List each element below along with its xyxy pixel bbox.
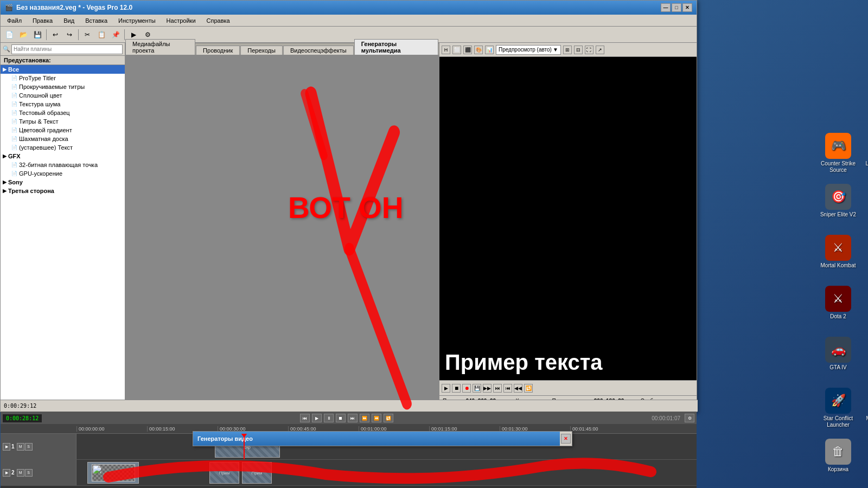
track-1-btn[interactable]: ▶ [3, 443, 10, 451]
preview-hist-btn[interactable]: 📊 [485, 46, 494, 54]
tab-1[interactable]: Проводник [196, 46, 240, 55]
tree-item-4[interactable]: 📄Текстура шума [1, 100, 125, 108]
title-bar-buttons: — □ ✕ [661, 3, 692, 12]
desktop-icon-5[interactable]: 🕷The Amazing Spider-Man [862, 233, 868, 278]
preview-ext-btn[interactable]: ⬛ [463, 46, 472, 54]
preview-grid-btn[interactable]: ⊞ [563, 46, 572, 54]
desktop-icon-10[interactable]: 🚀Star Conflict Launcher [816, 386, 860, 431]
preview-zoom-btn[interactable]: ⊟ [574, 46, 583, 54]
tl-play-btn[interactable]: ▶ [312, 414, 322, 422]
desktop-icon-7[interactable]: 🚗GTA San Andreas [862, 284, 868, 329]
tree-item-0[interactable]: ▶Все [1, 65, 125, 74]
tab-0[interactable]: Медиафайлы проекта [125, 39, 195, 55]
desktop-icon-12[interactable]: 🗑Корзина [816, 436, 860, 475]
track-2-mute[interactable]: M [17, 469, 24, 477]
preview-h-btn[interactable]: H [442, 46, 450, 54]
track-2-clip-3[interactable]: Прим [242, 462, 272, 484]
track-2-content[interactable]: Прим Прим [76, 460, 697, 485]
paste-button[interactable]: 📌 [109, 29, 122, 41]
desktop-icon-4[interactable]: ⚔Mortal Kombat [816, 233, 860, 271]
desktop-icon-0[interactable]: 🎮Counter Strike Source [816, 131, 860, 176]
desktop-icon-img-4: ⚔ [825, 235, 851, 261]
tl-pause-btn[interactable]: ⏸ [324, 414, 334, 422]
playhead [244, 434, 245, 459]
tl-fwd-btn[interactable]: ⏩ [360, 414, 369, 422]
tab-2[interactable]: Переходы [240, 46, 283, 55]
search-input[interactable] [11, 44, 123, 54]
tab-3[interactable]: Видеоспецэффекты [283, 46, 354, 55]
tree-item-13[interactable]: ▶Sony [1, 178, 125, 187]
tree-item-10[interactable]: ▶GFX [1, 152, 125, 160]
tree-item-5[interactable]: 📄Тестовый образец [1, 108, 125, 117]
menu-инструменты[interactable]: Инструменты [114, 16, 160, 25]
tl-rew-btn[interactable]: ⏪ [372, 414, 381, 422]
tab-4[interactable]: Генераторы мультимедиа [354, 39, 438, 55]
tree-item-1[interactable]: 📄ProType Titler [1, 74, 125, 82]
close-button[interactable]: ✕ [682, 3, 692, 12]
preview-play-btn[interactable]: ▶ [442, 384, 450, 393]
new-button[interactable]: 📄 [3, 29, 16, 41]
undo-button[interactable]: ↩ [49, 29, 62, 41]
desktop-icon-2[interactable]: 🎯Sniper Elite V2 [816, 182, 860, 220]
tl-rewind-btn[interactable]: ⏮ [300, 414, 310, 422]
tree-item-7[interactable]: 📄Цветовой градиент [1, 126, 125, 134]
preview-fwd-btn[interactable]: ▶▶ [483, 384, 492, 393]
preview-loop-btn[interactable]: 🔁 [524, 384, 533, 393]
preview-stop-btn[interactable]: ⏹ [452, 384, 461, 393]
preview-rew-btn[interactable]: ◀◀ [514, 384, 522, 393]
tl-loop-btn[interactable]: 🔁 [384, 414, 393, 422]
redo-button[interactable]: ↪ [63, 29, 76, 41]
track-1-mute[interactable]: M [17, 443, 24, 451]
track-2-clip-2[interactable]: Прим [209, 462, 239, 484]
copy-button[interactable]: 📋 [95, 29, 108, 41]
tree-item-11[interactable]: 📄32-битная плавающая точка [1, 160, 125, 169]
track-2-btn[interactable]: ▶ [3, 469, 10, 477]
preview-prev-btn[interactable]: ⏮ [503, 384, 512, 393]
tl-settings-btn[interactable]: ⚙ [685, 414, 694, 422]
desktop-icon-11[interactable]: ⚔Mortal Kombat X [862, 386, 868, 431]
menu-вставка[interactable]: Вставка [81, 16, 112, 25]
preview-full-btn[interactable]: ⛶ [585, 46, 593, 54]
cut-button[interactable]: ✂ [81, 29, 94, 41]
tree-file-icon: 📄 [11, 93, 17, 98]
menu-файл[interactable]: Файл [3, 16, 26, 25]
desktop-icon-3[interactable]: 🕷The Amazing Spider-Man [862, 182, 868, 227]
open-button[interactable]: 📂 [17, 29, 30, 41]
menu-справка[interactable]: Справка [202, 16, 234, 25]
minimize-button[interactable]: — [661, 3, 671, 12]
maximize-button[interactable]: □ [672, 3, 681, 12]
preview-color-btn[interactable]: 🎨 [474, 46, 483, 54]
preview-canvas[interactable]: ВОТ ОН [125, 55, 439, 412]
tl-end-btn[interactable]: ⏭ [348, 414, 358, 422]
track-1-solo[interactable]: S [25, 443, 33, 451]
tree-item-2[interactable]: 📄Прокручиваемые титры [1, 82, 125, 91]
preview-record-btn[interactable]: ⏺ [462, 384, 471, 393]
preview-ext2-btn[interactable]: ↗ [596, 46, 604, 54]
tl-stop-btn[interactable]: ⏹ [336, 414, 346, 422]
vid-gen-close-button[interactable]: ✕ [561, 434, 571, 444]
save-button[interactable]: 💾 [31, 29, 44, 41]
menu-настройки[interactable]: Настройки [162, 16, 200, 25]
menu-правка[interactable]: Правка [28, 16, 57, 25]
preview-snap-btn[interactable]: ⬜ [452, 46, 461, 54]
tree-item-14[interactable]: ▶Третья сторона [1, 187, 125, 195]
preview-save-btn[interactable]: 💾 [473, 384, 481, 393]
tree-item-9[interactable]: 📄(устаревшее) Текст [1, 143, 125, 152]
preview-mode-label: Предпросмотр (авто) [499, 47, 552, 53]
right-preview-panel: H ⬜ ⬛ 🎨 📊 Предпросмотр (авто) ▼ ⊞ ⊟ ⛶ ↗ … [439, 43, 697, 412]
preview-step-fwd-btn[interactable]: ⏭ [493, 384, 502, 393]
tree-item-12[interactable]: 📄GPU-ускорение [1, 169, 125, 178]
track-2-clip-1[interactable] [87, 462, 139, 484]
desktop-icon-6[interactable]: ⚔Dota 2 [816, 284, 860, 322]
tree-label-9: (устаревшее) Текст [19, 144, 73, 151]
track-2-solo[interactable]: S [25, 469, 33, 477]
tree-item-6[interactable]: 📄Титры & Текст [1, 117, 125, 126]
preview-mode-dropdown[interactable]: Предпросмотр (авто) ▼ [496, 45, 561, 55]
desktop-icon-9[interactable]: 🐉Drakensang Online [862, 335, 868, 380]
desktop-icon-8[interactable]: 🚗GTA IV [816, 335, 860, 373]
desktop-icon-1[interactable]: 🦕LEGO Jurassic World [862, 131, 868, 176]
tree-item-8[interactable]: 📄Шахматная доска [1, 134, 125, 143]
tree-label-2: Прокручиваемые титры [19, 84, 85, 90]
tree-item-3[interactable]: 📄Сплошной цвет [1, 91, 125, 100]
menu-вид[interactable]: Вид [59, 16, 79, 25]
